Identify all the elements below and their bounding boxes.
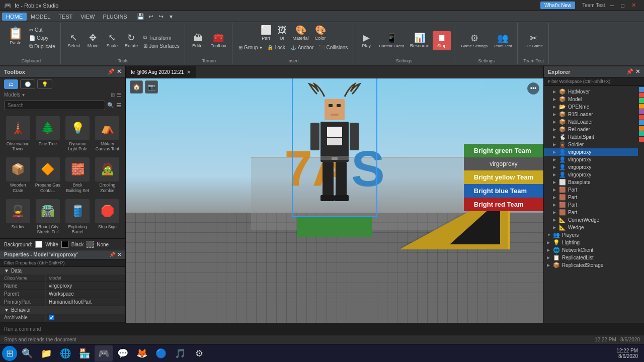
taskbar-spotify[interactable]: 🎵 <box>171 345 189 361</box>
tab-plugins[interactable]: 💡 <box>37 79 52 89</box>
duplicate-button[interactable]: ⧉ Duplicate <box>27 42 57 50</box>
tree-item-22[interactable]: ▶ 📋 ReplicatedList <box>544 254 638 261</box>
grid-view-btn[interactable]: ⊞ <box>111 92 115 98</box>
search-input[interactable] <box>4 101 105 110</box>
bg-white[interactable] <box>35 241 42 248</box>
collisions-button[interactable]: ⬛ Collisions <box>316 44 350 51</box>
taskbar-chrome[interactable]: 🔵 <box>152 345 170 361</box>
move-button[interactable]: ✥Move <box>84 32 102 50</box>
taskbar-browser[interactable]: 🦊 <box>133 345 151 361</box>
tree-item-20[interactable]: ▶ 💡 Lighting <box>544 239 638 246</box>
props-behavior-section[interactable]: ▼ Behavior <box>0 306 125 314</box>
props-pin-btn[interactable]: 📌 <box>109 252 115 257</box>
taskbar-search[interactable]: 🔍 <box>18 345 36 361</box>
tree-item-16[interactable]: ▶ 🟫 Part <box>544 209 638 216</box>
tree-item-11[interactable]: ▶ 👤 virgoproxy <box>544 171 638 178</box>
copy-button[interactable]: 📄 Copy <box>27 34 57 42</box>
viewport-tab[interactable]: fe @06 Aug 2020 12:21 ✕ <box>126 66 196 78</box>
tree-item-7[interactable]: ▶ 💂 Soldier <box>544 141 638 148</box>
more-btn[interactable]: ▾ <box>167 12 176 21</box>
team-test-button[interactable]: 👥Team Test <box>491 32 514 50</box>
tree-arrow-2[interactable]: ▶ <box>553 105 558 109</box>
props-primarypart-value[interactable]: HumanoidRootPart <box>45 298 125 306</box>
list-view-btn[interactable]: ☰ <box>117 92 121 98</box>
tree-item-12[interactable]: ▶ ⬜ Baseplate <box>544 178 638 186</box>
taskbar-edge[interactable]: 🌐 <box>56 345 74 361</box>
tree-arrow-10[interactable]: ▶ <box>553 165 558 169</box>
tree-item-21[interactable]: ▶ 🌐 NetworkClient <box>544 246 638 254</box>
tree-arrow-5[interactable]: ▶ <box>553 127 558 132</box>
tree-arrow-6[interactable]: ▶ <box>553 135 558 139</box>
dropdown-bright-yellow[interactable]: Bright yellow Team <box>464 170 543 184</box>
taskbar-roblox[interactable]: 🎮 <box>95 345 113 361</box>
play-button[interactable]: ▶Play <box>357 32 375 50</box>
minimize-btn[interactable]: ─ <box>608 3 616 9</box>
command-input[interactable] <box>4 326 640 332</box>
tree-item-14[interactable]: ▶ 🟫 Part <box>544 194 638 201</box>
tree-arrow-3[interactable]: ▶ <box>553 112 558 117</box>
explorer-close-btn[interactable]: ✕ <box>635 68 640 75</box>
taskbar-files[interactable]: 📁 <box>37 345 55 361</box>
model-item-10[interactable]: 🛢️Exploding Barrel <box>64 197 92 236</box>
tree-arrow-1[interactable]: ▶ <box>553 97 558 102</box>
tree-arrow-21[interactable]: ▶ <box>547 248 552 252</box>
bg-none[interactable] <box>87 241 94 248</box>
tree-item-23[interactable]: ▶ 📦 ReplicatedStorage <box>544 261 638 269</box>
cut-game-button[interactable]: ✂Cut Game <box>522 32 545 50</box>
menu-home[interactable]: HOME <box>2 13 27 21</box>
tree-arrow-23[interactable]: ▶ <box>547 263 552 267</box>
dropdown-bright-blue[interactable]: Bright blue Team <box>464 184 543 198</box>
tree-arrow-9[interactable]: ▶ <box>553 157 558 162</box>
archivable-checkbox[interactable] <box>49 315 54 320</box>
dropdown-bright-green[interactable]: Bright green Team <box>464 144 543 157</box>
maximize-btn[interactable]: □ <box>619 3 626 9</box>
menu-view[interactable]: VIEW <box>76 13 99 21</box>
toolbox-pin-btn[interactable]: 📌 <box>108 68 115 75</box>
props-close-btn[interactable]: ✕ <box>117 252 121 257</box>
viewport-move-tool[interactable]: 🏠 <box>130 80 143 94</box>
part-button[interactable]: ⬜Part <box>258 24 274 42</box>
tree-arrow-17[interactable]: ▶ <box>553 218 558 222</box>
cut-button[interactable]: ✂ Cut <box>27 26 57 34</box>
props-data-section[interactable]: ▼ Data <box>0 267 125 275</box>
bg-black[interactable] <box>61 241 68 248</box>
tree-item-0[interactable]: ▶ 📦 HatMover <box>544 88 638 96</box>
transform-button[interactable]: ⧉ Transform <box>141 34 182 42</box>
tab-recent[interactable]: 🕐 <box>20 79 35 89</box>
tree-arrow-22[interactable]: ▶ <box>547 255 552 260</box>
tree-item-9[interactable]: ▶ 👤 virgoproxy <box>544 156 638 163</box>
tree-arrow-20[interactable]: ▶ <box>547 240 552 245</box>
tree-item-8[interactable]: ▶ 👤 virgoproxy <box>544 148 638 156</box>
props-parent-value[interactable]: Workspace <box>45 290 125 298</box>
tree-item-13[interactable]: ▶ 🟫 Part <box>544 186 638 194</box>
dropdown-virgoproxy[interactable]: virgoproxy <box>464 157 543 170</box>
tree-item-10[interactable]: ▶ 👤 virgoproxy <box>544 163 638 171</box>
tree-arrow-15[interactable]: ▶ <box>553 203 558 207</box>
props-name-value[interactable]: virgoproxy <box>45 282 125 290</box>
tree-arrow-7[interactable]: ▶ <box>553 142 558 147</box>
resource-button[interactable]: 📊Resource <box>408 32 432 50</box>
undo-btn[interactable]: ↩ <box>146 12 155 21</box>
tree-arrow-0[interactable]: ▶ <box>553 89 558 94</box>
tree-arrow-11[interactable]: ▶ <box>553 172 558 177</box>
model-item-1[interactable]: 🌲Pine Tree <box>34 114 61 153</box>
toolbox-close-btn[interactable]: ✕ <box>117 68 121 75</box>
ui-button[interactable]: 🖼UI <box>275 24 289 42</box>
props-archivable-value[interactable] <box>45 314 125 322</box>
material-button[interactable]: 🎨Material <box>290 24 311 42</box>
tree-item-6[interactable]: ▶ 🐇 RabbitSpirit <box>544 133 638 141</box>
search-options-icon[interactable]: ☰ <box>116 102 121 109</box>
close-btn[interactable]: ✕ <box>629 2 638 9</box>
lock-button[interactable]: 🔒 Lock <box>265 44 287 51</box>
search-icon[interactable]: 🔍 <box>107 102 114 109</box>
viewport-menu-button[interactable]: ••• <box>527 82 539 95</box>
current-client-button[interactable]: 📱Current Client <box>376 32 406 50</box>
model-item-3[interactable]: ⛺Military Canvas Tent <box>94 114 121 153</box>
start-button[interactable]: ⊞ <box>2 346 17 361</box>
tree-item-17[interactable]: ▶ 📐 CornerWedge <box>544 216 638 224</box>
dropdown-bright-red[interactable]: Bright red Team <box>464 198 543 211</box>
model-item-4[interactable]: 📦Wooden Crate <box>4 155 32 195</box>
paste-button[interactable]: 📋 Paste <box>5 24 26 47</box>
tree-item-19[interactable]: ▼ 👥 Players <box>544 231 638 239</box>
tree-item-3[interactable]: ▶ 📦 R15Loader <box>544 111 638 118</box>
